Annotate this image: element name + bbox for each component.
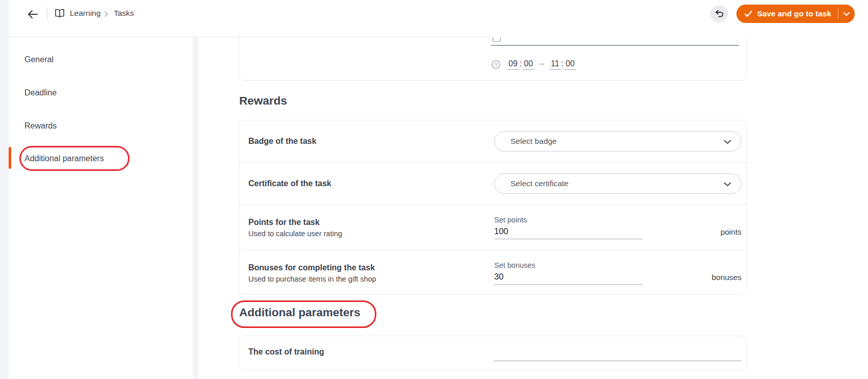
sidebar-item-deadline[interactable]: Deadline [24, 86, 57, 99]
bonuses-row: Bonuses for completing the task Used to … [239, 249, 747, 295]
badge-row: Badge of the task Select badge [239, 120, 747, 162]
additional-parameters-heading: Additional parameters [239, 306, 361, 319]
header-border [9, 37, 491, 37]
undo-button[interactable] [710, 5, 728, 22]
chevron-down-icon [724, 182, 731, 187]
points-input[interactable] [494, 225, 643, 239]
chevron-down-icon [724, 140, 731, 144]
sidebar-item-general[interactable]: General [24, 53, 54, 66]
header-divider [47, 7, 47, 20]
additional-parameters-card: The cost of training [239, 336, 747, 370]
date-input[interactable]: 10.02.2020 [505, 37, 548, 39]
content-area: 10.02.2020 09 : 00 – 11 : 00 Rewards [198, 37, 868, 379]
bonuses-label: Bonuses for completing the task [248, 263, 376, 272]
points-field-label: Set points [494, 216, 742, 224]
breadcrumb-chevron-icon [104, 11, 109, 17]
calendar-icon [492, 37, 501, 42]
cost-of-training-label: The cost of training [248, 347, 324, 357]
check-icon [744, 10, 752, 17]
points-sublabel: Used to calculate user rating [248, 229, 342, 237]
time-start-hours-input[interactable]: 09 [507, 59, 519, 70]
date-input-underline[interactable] [491, 45, 739, 46]
back-button[interactable] [24, 7, 41, 21]
certificate-select[interactable]: Select certificate [494, 173, 742, 194]
rewards-card: Badge of the task Select badge Certifica… [239, 120, 747, 295]
breadcrumb-learning[interactable]: Learning [70, 9, 100, 18]
sidebar-item-rewards[interactable]: Rewards [24, 119, 57, 133]
points-suffix: points [643, 228, 742, 239]
settings-sidebar: General Deadline Rewards Additional para… [9, 37, 193, 379]
time-range: 09 : 00 – 11 : 00 [491, 58, 576, 71]
badge-select-placeholder: Select badge [510, 137, 557, 146]
time-end-minutes-input[interactable]: 00 [564, 59, 576, 70]
task-editor-page: 10.02.2020 09 : 00 – 11 : 00 Rewards [0, 0, 868, 379]
header-bar: Learning Tasks Save and go to task [0, 0, 868, 37]
save-dropdown-toggle[interactable] [838, 12, 855, 16]
points-label: Points for the task [248, 217, 342, 226]
clock-icon [491, 60, 501, 69]
left-gutter [0, 0, 9, 379]
badge-select[interactable]: Select badge [494, 131, 742, 151]
deadline-card: 10.02.2020 09 : 00 – 11 : 00 [239, 37, 747, 81]
time-start-minutes-input[interactable]: 00 [522, 59, 534, 70]
book-icon [54, 8, 65, 18]
save-button-label: Save and go to task [757, 9, 831, 18]
sidebar-content-gutter [193, 37, 198, 379]
badge-label: Badge of the task [248, 137, 316, 146]
certificate-label: Certificate of the task [248, 179, 331, 188]
save-and-go-button[interactable]: Save and go to task [736, 5, 855, 23]
time-end-hours-input[interactable]: 11 [549, 59, 561, 70]
undo-icon [714, 9, 724, 18]
chevron-down-icon [843, 12, 850, 16]
bonuses-suffix: bonuses [643, 273, 742, 285]
certificate-select-placeholder: Select certificate [510, 179, 569, 188]
cost-of-training-input[interactable] [494, 349, 742, 361]
sidebar-item-additional-parameters[interactable]: Additional parameters [24, 152, 104, 165]
breadcrumb-tasks: Tasks [114, 9, 134, 18]
points-row: Points for the task Used to calculate us… [239, 205, 747, 249]
back-arrow-icon [27, 9, 39, 20]
bonuses-sublabel: Used to purchase items in the gift shop [248, 274, 376, 283]
bonuses-input[interactable] [494, 271, 643, 285]
active-item-accent-bar [9, 147, 11, 169]
bonuses-field-label: Set bonuses [494, 261, 742, 269]
rewards-heading: Rewards [239, 94, 287, 108]
certificate-row: Certificate of the task Select certifica… [239, 162, 747, 205]
time-range-dash: – [534, 59, 549, 69]
